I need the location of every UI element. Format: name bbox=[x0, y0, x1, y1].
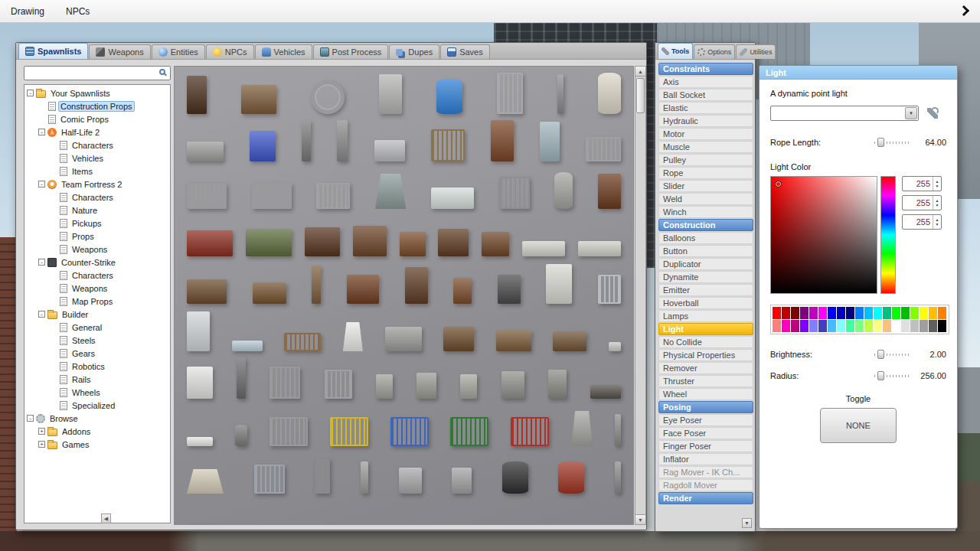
prop-red-couch[interactable] bbox=[187, 230, 233, 256]
tree-item-half-life-2[interactable]: -Half-Life 2 bbox=[24, 126, 170, 139]
palette-swatch[interactable] bbox=[855, 307, 864, 319]
tree-expander-icon[interactable]: - bbox=[27, 415, 34, 422]
tab-options[interactable]: Options bbox=[694, 44, 735, 59]
tree-item-addons[interactable]: +Addons bbox=[24, 425, 170, 438]
prop-street-lamp[interactable] bbox=[237, 357, 246, 399]
radius-slider[interactable] bbox=[874, 371, 910, 380]
tree-item-characters[interactable]: Characters bbox=[24, 139, 170, 152]
green-input[interactable]: 255 ▲▼ bbox=[902, 195, 942, 210]
tool-muscle[interactable]: Muscle bbox=[658, 141, 753, 153]
prop-gravestone-c[interactable] bbox=[460, 374, 477, 399]
prop-dark-prop[interactable] bbox=[187, 524, 217, 525]
prop-metal-door[interactable] bbox=[379, 74, 402, 114]
prop-mattress-2[interactable] bbox=[578, 241, 621, 256]
prop-mattress[interactable] bbox=[522, 241, 565, 256]
tab-dupes[interactable]: Dupes bbox=[389, 44, 439, 59]
red-input[interactable]: 255 ▲▼ bbox=[902, 176, 942, 191]
tools-scroll-down-icon[interactable]: ▼ bbox=[742, 518, 752, 528]
prop-gate[interactable] bbox=[270, 367, 300, 399]
prop-paper-sheet[interactable] bbox=[187, 437, 213, 446]
prop-red-barrel[interactable] bbox=[558, 461, 584, 494]
palette-swatch[interactable] bbox=[828, 320, 836, 332]
prop-fountain[interactable] bbox=[375, 174, 406, 209]
palette-swatch[interactable] bbox=[938, 320, 946, 332]
prop-fence-a[interactable] bbox=[187, 183, 227, 209]
prop-column[interactable] bbox=[337, 120, 348, 161]
tool-pulley[interactable]: Pulley bbox=[658, 154, 753, 166]
tree-item-characters[interactable]: Characters bbox=[24, 269, 170, 282]
prop-mirror[interactable] bbox=[540, 122, 560, 161]
tree-expander-icon[interactable]: - bbox=[27, 90, 34, 96]
prop-bathtub[interactable] bbox=[431, 187, 474, 209]
tool-physical-properties[interactable]: Physical Properties bbox=[658, 349, 753, 361]
search-box[interactable] bbox=[24, 66, 171, 80]
prop-fence-panel[interactable] bbox=[586, 137, 621, 161]
tool-elastic[interactable]: Elastic bbox=[658, 102, 753, 114]
hue-bar[interactable] bbox=[880, 176, 896, 294]
toggle-key-button[interactable]: NONE bbox=[820, 408, 897, 443]
prop-rod[interactable] bbox=[615, 414, 621, 446]
tool-emitter[interactable]: Emitter bbox=[658, 284, 753, 296]
green-spinner[interactable]: ▲▼ bbox=[933, 196, 941, 210]
prop-wedge[interactable] bbox=[374, 140, 405, 161]
tree-item-gears[interactable]: Gears bbox=[24, 347, 170, 360]
tree-item-counter-strike[interactable]: -Counter-Strike bbox=[24, 256, 170, 269]
prop-coffee-table[interactable] bbox=[253, 282, 286, 304]
prop-radiator[interactable] bbox=[598, 275, 621, 304]
prop-door-frame[interactable] bbox=[491, 120, 514, 161]
color-picker-square[interactable] bbox=[770, 176, 877, 294]
tab-vehicles[interactable]: Vehicles bbox=[255, 44, 312, 59]
tab-spawnlists[interactable]: Spawnlists bbox=[18, 43, 88, 59]
prop-water-heater[interactable] bbox=[554, 172, 573, 209]
palette-swatch[interactable] bbox=[892, 307, 900, 319]
tab-saves[interactable]: Saves bbox=[440, 44, 490, 59]
prop-blue-barrel[interactable] bbox=[436, 79, 462, 114]
tree-item-characters[interactable]: Characters bbox=[24, 191, 170, 204]
tab-post-process[interactable]: Post Process bbox=[313, 44, 389, 59]
palette-swatch[interactable] bbox=[929, 320, 937, 332]
palette-swatch[interactable] bbox=[818, 320, 827, 332]
prop-drawers-2[interactable] bbox=[438, 229, 469, 256]
prop-freezer[interactable] bbox=[187, 311, 210, 351]
tree-expander-icon[interactable]: - bbox=[38, 259, 45, 266]
palette-swatch[interactable] bbox=[910, 307, 919, 319]
tree-item-vehicles[interactable]: Vehicles bbox=[24, 152, 170, 165]
palette-swatch[interactable] bbox=[782, 320, 790, 332]
tab-entities[interactable]: Entities bbox=[152, 44, 205, 59]
tool-weld[interactable]: Weld bbox=[658, 193, 753, 205]
tool-finger-poser[interactable]: Finger Poser bbox=[658, 440, 753, 452]
tab-npcs[interactable]: NPCs bbox=[206, 44, 254, 59]
prop-stool-2[interactable] bbox=[453, 278, 472, 304]
tool-lamps[interactable]: Lamps bbox=[658, 310, 753, 322]
palette-swatch[interactable] bbox=[800, 307, 808, 319]
prop-counter[interactable] bbox=[187, 279, 227, 304]
tree-item-general[interactable]: General bbox=[24, 321, 170, 334]
palette-swatch[interactable] bbox=[920, 320, 928, 332]
expand-arrow-icon[interactable] bbox=[959, 5, 969, 16]
prop-jail-door[interactable] bbox=[497, 73, 523, 114]
palette-swatch[interactable] bbox=[883, 307, 891, 319]
prop-rod-2[interactable] bbox=[615, 461, 621, 494]
tree-hscroll-left[interactable]: ◀ bbox=[101, 514, 111, 523]
tool-dynamite[interactable]: Dynamite bbox=[658, 271, 753, 283]
palette-swatch[interactable] bbox=[864, 320, 873, 332]
tab-weapons[interactable]: Weapons bbox=[89, 44, 150, 59]
prop-plastic-chair[interactable] bbox=[250, 131, 276, 161]
prop-lamp-pole[interactable] bbox=[302, 120, 311, 161]
prop-crate-2[interactable] bbox=[482, 232, 509, 256]
palette-swatch[interactable] bbox=[800, 320, 808, 332]
tree-expander-icon[interactable]: + bbox=[38, 428, 45, 435]
prop-fence-d[interactable] bbox=[325, 370, 352, 399]
prop-bench[interactable] bbox=[187, 142, 224, 161]
tool-hydraulic[interactable]: Hydraulic bbox=[658, 115, 753, 127]
tool-duplicator[interactable]: Duplicator bbox=[658, 258, 753, 270]
palette-swatch[interactable] bbox=[818, 307, 827, 319]
search-input[interactable] bbox=[24, 67, 170, 80]
tool-face-poser[interactable]: Face Poser bbox=[658, 427, 753, 439]
palette-swatch[interactable] bbox=[929, 307, 937, 319]
prop-fence-b[interactable] bbox=[252, 183, 292, 209]
tool-motor[interactable]: Motor bbox=[658, 128, 753, 140]
tool-inflator[interactable]: Inflator bbox=[658, 453, 753, 465]
tab-utilities[interactable]: Utilities bbox=[736, 44, 776, 59]
prop-round-table[interactable] bbox=[443, 327, 474, 351]
